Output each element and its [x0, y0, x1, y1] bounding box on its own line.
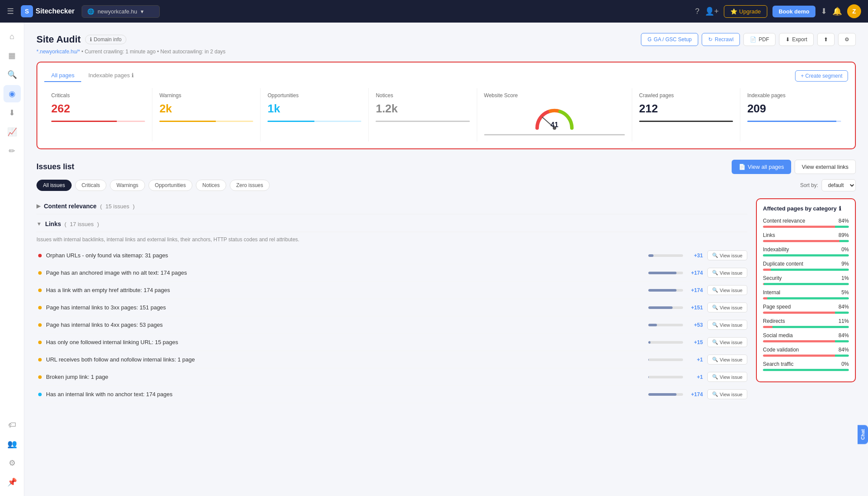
affected-bars	[763, 312, 849, 314]
warnings-label: Warnings	[159, 92, 253, 99]
view-external-button[interactable]: View external links	[795, 160, 856, 174]
logo[interactable]: S Sitechecker	[21, 5, 75, 17]
issues-header: Issues list 📄 View all pages View extern…	[36, 160, 856, 174]
affected-bars	[763, 254, 849, 256]
domain-selector[interactable]: 🌐 newyorkcafe.hu ▾	[82, 5, 160, 18]
affected-row: Internal 5%	[763, 289, 849, 299]
warnings-value: 2k	[159, 102, 253, 115]
sidebar-item-tags[interactable]: 🏷	[3, 416, 21, 434]
links-category-name: Links	[45, 220, 61, 227]
hamburger-icon[interactable]: ☰	[7, 7, 14, 16]
category-content-relevance[interactable]: ▶ Content relevance ( 15 issues )	[36, 198, 747, 214]
page-title: Site Audit	[36, 34, 81, 45]
sidebar-item-edit[interactable]: ✏	[3, 142, 21, 160]
domain-link[interactable]: *.newyorkcafe.hu/*	[36, 49, 80, 55]
info-icon: ℹ	[90, 36, 92, 43]
criticals-bar	[51, 121, 145, 122]
topnav-actions: ? 👤+ ⭐ Upgrade Book demo ⬇ 🔔 Z	[695, 4, 861, 18]
sidebar-item-audit[interactable]: ◉	[3, 85, 21, 102]
view-issue-one-internal[interactable]: 🔍 View issue	[707, 337, 747, 347]
category-name: Content relevance	[44, 203, 96, 210]
view-issue-4xx[interactable]: 🔍 View issue	[707, 320, 747, 330]
export-button[interactable]: ⬇ Export	[779, 33, 814, 46]
share-button[interactable]: ⬆	[817, 33, 835, 46]
affected-bars	[763, 340, 849, 342]
indexable-info-icon: ℹ	[132, 72, 134, 79]
download-button[interactable]: ⬇	[821, 7, 827, 16]
affected-pct: 9%	[842, 261, 849, 267]
affected-name: Indexability	[763, 246, 789, 253]
tab-all-pages[interactable]: All pages	[44, 69, 81, 82]
empty-href-text: Has a link with an empty href attribute:…	[46, 287, 644, 293]
search-icon-8: 🔍	[712, 374, 718, 380]
orphan-bar	[648, 254, 683, 257]
search-icon-9: 🔍	[712, 391, 718, 397]
filter-notices[interactable]: Notices	[196, 180, 226, 191]
bell-button[interactable]: 🔔	[832, 7, 842, 16]
chat-button[interactable]: Chat	[858, 425, 868, 444]
ga-gsc-button[interactable]: G GA / GSC Setup	[641, 33, 698, 46]
collapse-icon: ▶	[36, 203, 40, 209]
filter-all-issues[interactable]: All issues	[36, 180, 72, 191]
issue-row-follow-nofollow: URL receives both follow and nofollow in…	[36, 351, 747, 368]
warnings-bar	[159, 121, 253, 122]
recrawl-button[interactable]: ↻ Recrawl	[702, 33, 740, 46]
stat-card-criticals: Criticals 262	[44, 88, 152, 141]
help-button[interactable]: ?	[695, 7, 700, 16]
add-user-button[interactable]: 👤+	[705, 7, 719, 16]
tab-indexable-pages[interactable]: Indexable pages ℹ	[81, 69, 140, 82]
search-icon-4: 🔍	[712, 305, 718, 310]
sidebar-item-search[interactable]: 🔍	[3, 66, 21, 83]
crawled-value: 212	[639, 102, 733, 115]
sidebar-item-settings[interactable]: ⚙	[3, 454, 21, 472]
bookdemo-button[interactable]: Book demo	[772, 6, 815, 17]
sidebar-item-users[interactable]: 👥	[3, 435, 21, 453]
view-issue-broken-jump[interactable]: 🔍 View issue	[707, 372, 747, 382]
affected-name: Duplicate content	[763, 261, 803, 267]
view-issue-anchored[interactable]: 🔍 View issue	[707, 268, 747, 278]
view-all-pages-button[interactable]: 📄 View all pages	[732, 160, 791, 174]
view-issue-3xx[interactable]: 🔍 View issue	[707, 302, 747, 312]
4xx-count: +53	[687, 322, 703, 328]
create-segment-button[interactable]: + Create segment	[795, 70, 848, 82]
sidebar-item-dashboard[interactable]: ▦	[3, 47, 21, 64]
notices-value: 1.2k	[376, 102, 469, 115]
settings-button[interactable]: ⚙	[838, 33, 856, 46]
export-icon: ⬇	[785, 36, 790, 43]
view-issue-follow-nofollow[interactable]: 🔍 View issue	[707, 355, 747, 365]
affected-panel: Affected pages by category ℹ Content rel…	[756, 198, 856, 382]
avatar[interactable]: Z	[847, 4, 861, 18]
view-issue-no-anchor[interactable]: 🔍 View issue	[707, 389, 747, 399]
affected-pct: 11%	[838, 318, 849, 324]
sort-select[interactable]: default	[822, 179, 856, 191]
category-links[interactable]: ▼ Links ( 17 issues )	[36, 216, 747, 232]
affected-pct: 0%	[842, 361, 849, 367]
3xx-bar-fill	[648, 306, 673, 309]
search-icon-6: 🔍	[712, 339, 718, 345]
empty-href-bar	[648, 289, 683, 292]
follow-nofollow-count: +1	[687, 357, 703, 363]
opportunities-value: 1k	[267, 102, 361, 115]
upgrade-button[interactable]: ⭐ Upgrade	[724, 5, 767, 18]
view-issue-empty-href[interactable]: 🔍 View issue	[707, 285, 747, 295]
filter-opportunities[interactable]: Opportunities	[149, 180, 192, 191]
affected-pct: 84%	[838, 304, 849, 310]
view-issue-orphan[interactable]: 🔍 View issue	[707, 250, 747, 260]
sidebar-item-pin[interactable]: 📌	[3, 473, 21, 491]
sidebar-item-analytics[interactable]: 📈	[3, 123, 21, 141]
affected-row: Redirects 11%	[763, 318, 849, 328]
sidebar-item-home[interactable]: ⌂	[3, 28, 21, 45]
filter-criticals[interactable]: Criticals	[75, 180, 107, 191]
affected-name: Internal	[763, 289, 780, 296]
pdf-button[interactable]: 📄 PDF	[743, 33, 776, 46]
filter-warnings[interactable]: Warnings	[110, 180, 145, 191]
filter-tabs: All issues Criticals Warnings Opportunit…	[36, 180, 270, 191]
collapse-links-icon: ▼	[36, 221, 42, 227]
empty-href-bar-fill	[648, 289, 677, 292]
sidebar-item-download[interactable]: ⬇	[3, 104, 21, 122]
filter-zero-issues[interactable]: Zero issues	[230, 180, 270, 191]
domain-info-badge[interactable]: ℹ Domain info	[85, 35, 126, 44]
subtitle-text: •	[81, 49, 85, 55]
criticals-value: 262	[51, 102, 145, 115]
follow-nofollow-bar	[648, 358, 683, 361]
